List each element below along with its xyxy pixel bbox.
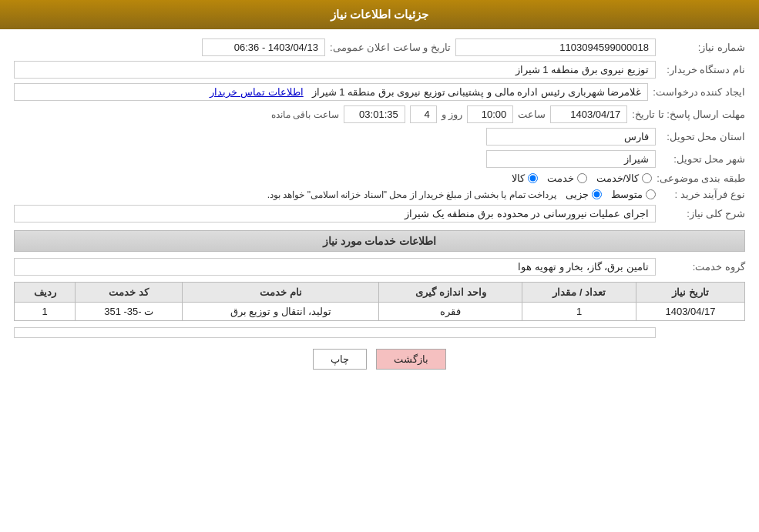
page-title: جزئیات اطلاعات نیاز <box>331 8 428 21</box>
need-number-value: 1103094599000018 <box>455 38 656 56</box>
time-row: 1403/04/17 ساعت 10:00 روز و 4 03:01:35 س… <box>14 105 627 123</box>
category-label: طبقه بندی موضوعی: <box>657 172 745 184</box>
response-deadline-label: مهلت ارسال پاسخ: تا تاریخ: <box>632 109 745 120</box>
buyer-org-value: توزیع نیروی برق منطقه 1 شیراز <box>14 61 656 79</box>
province-label: استان محل تحویل: <box>660 131 745 142</box>
cell-row: 1 <box>15 303 76 321</box>
purchase-type-radio-group: متوسط جزیی پرداخت تمام یا بخشی از مبلغ خ… <box>14 189 656 200</box>
category-row: طبقه بندی موضوعی: کالا/خدمت خدمت کالا <box>14 172 745 184</box>
announce-datetime-group: تاریخ و ساعت اعلان عمومی: 1403/04/13 - 0… <box>14 38 451 56</box>
buyer-notes-row <box>14 327 745 338</box>
cell-date: 1403/04/17 <box>636 303 744 321</box>
table-header-row: تاریخ نیاز تعداد / مقدار واحد اندازه گیر… <box>15 283 745 303</box>
response-days: 4 <box>410 105 437 123</box>
service-section-title: اطلاعات خدمات مورد نیاز <box>14 230 745 252</box>
announce-datetime-value: 1403/04/13 - 06:36 <box>202 38 325 56</box>
city-row: شهر محل تحویل: شیراز <box>14 150 745 168</box>
category-option-khedmat[interactable]: خدمت <box>547 172 587 184</box>
button-row: بازگشت چاپ <box>14 349 745 370</box>
page-wrapper: جزئیات اطلاعات نیاز شماره نیاز: 11030945… <box>0 0 759 532</box>
purchase-type-motavaset[interactable]: متوسط <box>611 189 656 200</box>
category-radio-group: کالا/خدمت خدمت کالا <box>14 172 652 184</box>
buyer-org-row: نام دستگاه خریدار: توزیع نیروی برق منطقه… <box>14 61 745 79</box>
category-option-kala[interactable]: کالا <box>512 172 538 184</box>
col-date: تاریخ نیاز <box>636 283 744 303</box>
cell-name: تولید، انتقال و توزیع برق <box>183 303 379 321</box>
creator-label: ایجاد کننده درخواست: <box>653 86 745 98</box>
col-row: ردیف <box>15 283 76 303</box>
back-button[interactable]: بازگشت <box>376 349 446 370</box>
service-group-row: گروه خدمت: تامین برق، گاز، بخار و تهویه … <box>14 258 745 276</box>
need-number-row: شماره نیاز: 1103094599000018 تاریخ و ساع… <box>14 38 745 56</box>
creator-value: غلامرضا شهرباری رئیس اداره مالی و پشتیبا… <box>14 83 648 101</box>
service-group-value: تامین برق، گاز، بخار و تهویه هوا <box>14 258 656 276</box>
service-group-label: گروه خدمت: <box>660 261 745 273</box>
need-description-row: شرح کلی نیاز: اجرای عملیات نیرورسانی در … <box>14 205 745 223</box>
cell-quantity: 1 <box>522 303 636 321</box>
buyer-notes-value <box>14 327 656 338</box>
need-description-label: شرح کلی نیاز: <box>660 208 745 219</box>
remaining-label: ساعت باقی مانده <box>271 109 339 120</box>
province-row: استان محل تحویل: فارس <box>14 128 745 146</box>
creator-row: ایجاد کننده درخواست: غلامرضا شهرباری رئی… <box>14 83 745 101</box>
page-header: جزئیات اطلاعات نیاز <box>0 0 759 29</box>
buyer-notes-label <box>660 327 745 330</box>
province-value: فارس <box>486 128 656 146</box>
response-time-label: ساعت <box>518 109 546 120</box>
purchase-type-row: نوع فرآیند خرید : متوسط جزیی پرداخت تمام… <box>14 189 745 200</box>
purchase-type-label: نوع فرآیند خرید : <box>660 189 745 200</box>
buyer-org-label: نام دستگاه خریدار: <box>660 64 745 75</box>
col-name: نام خدمت <box>183 283 379 303</box>
col-code: کد خدمت <box>76 283 183 303</box>
services-table-section: تاریخ نیاز تعداد / مقدار واحد اندازه گیر… <box>14 282 745 321</box>
category-option-kala-khedmat[interactable]: کالا/خدمت <box>596 172 653 184</box>
table-row: 1403/04/17 1 فقره تولید، انتقال و توزیع … <box>15 303 745 321</box>
main-content: شماره نیاز: 1103094599000018 تاریخ و ساع… <box>0 29 759 386</box>
cell-unit: فقره <box>379 303 522 321</box>
purchase-type-jozii[interactable]: جزیی <box>566 189 602 200</box>
announce-datetime-label: تاریخ و ساعت اعلان عمومی: <box>330 42 451 53</box>
response-deadline-row: مهلت ارسال پاسخ: تا تاریخ: 1403/04/17 سا… <box>14 105 745 123</box>
need-number-label: شماره نیاز: <box>660 42 745 53</box>
cell-code: ت -35- 351 <box>76 303 183 321</box>
print-button[interactable]: چاپ <box>313 349 367 370</box>
response-time: 10:00 <box>467 105 513 123</box>
need-description-value: اجرای عملیات نیرورسانی در محدوده برق منط… <box>14 205 656 223</box>
response-date: 1403/04/17 <box>550 105 627 123</box>
purchase-type-note: پرداخت تمام یا بخشی از مبلغ خریدار از مح… <box>267 189 556 200</box>
services-table: تاریخ نیاز تعداد / مقدار واحد اندازه گیر… <box>14 282 745 321</box>
remaining-time: 03:01:35 <box>344 105 405 123</box>
response-days-label: روز و <box>442 109 463 120</box>
col-quantity: تعداد / مقدار <box>522 283 636 303</box>
city-value: شیراز <box>486 150 656 168</box>
col-unit: واحد اندازه گیری <box>379 283 522 303</box>
contact-link[interactable]: اطلاعات تماس خریدار <box>210 86 303 98</box>
city-label: شهر محل تحویل: <box>660 153 745 165</box>
